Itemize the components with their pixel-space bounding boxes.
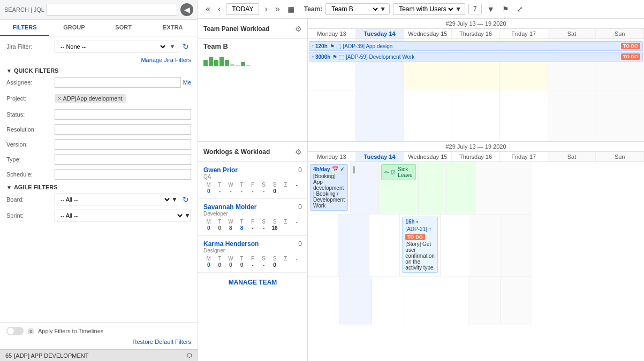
x-badge: x: [28, 328, 34, 334]
sprint-project: [ADP] APP DEVELOPMENT: [14, 352, 187, 359]
version-input[interactable]: [55, 139, 191, 150]
team-panel-settings-icon[interactable]: ⚙: [295, 25, 302, 33]
entry-body-gwen: [Booking] App development | Booking / De…: [313, 173, 345, 209]
bar-7: [236, 65, 240, 66]
wg-karma-wed: [372, 276, 404, 325]
story-entry-savannah-thu[interactable]: 16h ▪ [ADP-21] ↑ TO DO [Story] Get user …: [402, 217, 437, 273]
story-entry-header: 16h ▪ [ADP-21] ↑ TO DO: [405, 219, 434, 240]
board-refresh[interactable]: ↻: [180, 194, 191, 205]
search-input[interactable]: [47, 4, 177, 16]
wg-gwen-sun: [504, 162, 532, 214]
jira-filter-refresh[interactable]: ↻: [180, 41, 191, 52]
resolution-input[interactable]: [55, 124, 191, 135]
worklogs-day-headers: Monday 13 Tuesday 14 Wednesday 15 Thursd…: [308, 152, 644, 162]
task-icons-1: ⚑ ⬚: [330, 43, 341, 49]
wg-gwen-mon: 4h/day 📅 ✓ [Booking] App development | B…: [308, 162, 351, 214]
manage-jira-filters-link[interactable]: Manage Jira Filters: [6, 57, 191, 63]
today-button[interactable]: TODAY: [226, 3, 259, 15]
apply-filters-row: x Apply Filters to Timelines: [6, 327, 191, 335]
worklogs-week-range: #29 July 13 — 19 2020: [308, 142, 644, 152]
sprint-label: Sprint:: [6, 212, 55, 219]
entry-header-gwen: 4h/day 📅 ✓: [313, 166, 345, 172]
nav-prev-prev-button[interactable]: «: [203, 3, 213, 15]
worklog-entry-gwen-mon[interactable]: 4h/day 📅 ✓ [Booking] App development | B…: [310, 164, 348, 211]
status-input[interactable]: [55, 109, 191, 120]
assignee-input[interactable]: [55, 77, 181, 88]
bottom-bar: x Apply Filters to Timelines Restore Def…: [0, 322, 198, 349]
bar-2: [209, 57, 213, 66]
worklogs-body: Gwen Prior 0 QA M T W T F S: [198, 162, 644, 361]
board-select-wrapper: -- All -- ▼: [55, 194, 178, 205]
tab-extra[interactable]: EXTRA: [148, 20, 198, 36]
savannah-name-text[interactable]: Savannah Molder: [203, 203, 256, 211]
task-hours-2: 3000h: [315, 54, 330, 60]
task-id-1: [ADP-39] App design: [343, 43, 393, 49]
nav-next-button[interactable]: ›: [262, 3, 269, 15]
worker-row-gwen: Gwen Prior 0 QA M T W T F S: [198, 162, 307, 199]
back-button[interactable]: ◀: [180, 3, 193, 16]
search-label: SEARCH | JQL: [4, 6, 44, 13]
team-panel-title-area: Team Panel Workload ⚙: [198, 19, 308, 39]
view-select-wrapper: Team with Users ▼: [393, 3, 465, 15]
manage-team-button[interactable]: MANAGE TEAM: [198, 273, 307, 291]
task-bar-adp59[interactable]: ↑ 3000h ⚑ ⬚ [ADP-59] Development Work TO…: [309, 52, 643, 62]
type-input[interactable]: [55, 154, 191, 165]
jira-filter-select[interactable]: -- None --: [55, 41, 167, 52]
sprint-select[interactable]: -- All --: [55, 210, 184, 221]
nav-next-next-button[interactable]: »: [273, 3, 282, 15]
status-label: Status:: [6, 111, 55, 118]
flag-icon-button[interactable]: ⚑: [500, 4, 511, 14]
expand-icon[interactable]: ⬡: [187, 352, 192, 359]
worklogs-panel-title: Worklogs & Workload: [203, 148, 270, 156]
karma-days: M T W T F S S Σ - 0 0 0: [203, 256, 302, 268]
bar-3: [214, 60, 218, 66]
tab-sort[interactable]: SORT: [99, 20, 148, 36]
nav-prev-button[interactable]: ‹: [216, 3, 223, 15]
project-tag-remove[interactable]: ×: [58, 95, 61, 102]
expand-icon-button[interactable]: ⤢: [514, 4, 525, 14]
schedule-input[interactable]: [55, 169, 191, 180]
team-week-header: #29 July 13 — 19 2020 Monday 13 Tuesday …: [308, 19, 644, 39]
content-area: Team Panel Workload ⚙ #29 July 13 — 19 2…: [198, 19, 644, 361]
project-tag[interactable]: × ADP | App development: [55, 94, 126, 103]
task-bar-adp39[interactable]: ↑ 120h ⚑ ⬚ [ADP-39] App design TO DO: [309, 41, 643, 51]
me-button[interactable]: Me: [183, 79, 191, 86]
sick-entry-gwen[interactable]: ✏ ☑ Sick Leave: [381, 164, 415, 180]
wg-karma-sun: [501, 276, 532, 325]
empty-cell-tue: [356, 90, 404, 141]
restore-default-filters-link[interactable]: Restore Default Filters: [6, 339, 191, 345]
savannah-role: Developer: [203, 211, 302, 217]
tab-filters[interactable]: FILTERS: [0, 20, 49, 36]
wg-karma-thu: [404, 276, 436, 325]
version-label: Version:: [6, 141, 55, 148]
task-todo-badge-2: TO DO: [621, 53, 640, 60]
task-up-arrow-2: ↑: [312, 54, 314, 60]
status-row: Status:: [6, 109, 191, 120]
gwen-name-text[interactable]: Gwen Prior: [203, 166, 238, 174]
team-label: Team:: [304, 5, 322, 13]
karma-name-text[interactable]: Karma Henderson: [203, 240, 259, 248]
num-badge-arrow-button[interactable]: ▼: [485, 4, 497, 14]
bar-8: [241, 62, 245, 66]
worklogs-settings-icon[interactable]: ⚙: [295, 148, 302, 156]
quick-filters-header[interactable]: ▼ QUICK FILTERS: [6, 67, 191, 74]
top-toolbar: « ‹ TODAY › » ▦ Team: Team B ▼ Team with…: [198, 0, 644, 19]
team-select[interactable]: Team B: [329, 5, 380, 13]
num-days-badge[interactable]: 7: [468, 4, 482, 14]
wg-karma-sat: [468, 276, 501, 325]
board-label: Board:: [6, 196, 55, 203]
apply-filters-label: Apply Filters to Timelines: [38, 328, 103, 334]
view-select[interactable]: Team with Users: [397, 5, 455, 13]
team-panel: Team Panel Workload ⚙ #29 July 13 — 19 2…: [198, 19, 644, 142]
tab-group[interactable]: GROUP: [49, 20, 99, 36]
gwen-logged: 0: [298, 166, 302, 174]
team-panel-header: Team Panel Workload ⚙ #29 July 13 — 19 2…: [198, 19, 644, 39]
board-select[interactable]: -- All --: [55, 194, 171, 205]
apply-filters-toggle[interactable]: [6, 327, 24, 335]
agile-filters-arrow: ▼: [6, 185, 12, 190]
agile-filters-header[interactable]: ▼ AGILE FILTERS: [6, 184, 191, 190]
wg-gwen-tue: ▌: [351, 162, 379, 214]
worklogs-week-header: #29 July 13 — 19 2020 Monday 13 Tuesday …: [308, 142, 644, 162]
day-header-sun: Sun: [596, 29, 644, 39]
calendar-icon-button[interactable]: ▦: [285, 4, 297, 14]
